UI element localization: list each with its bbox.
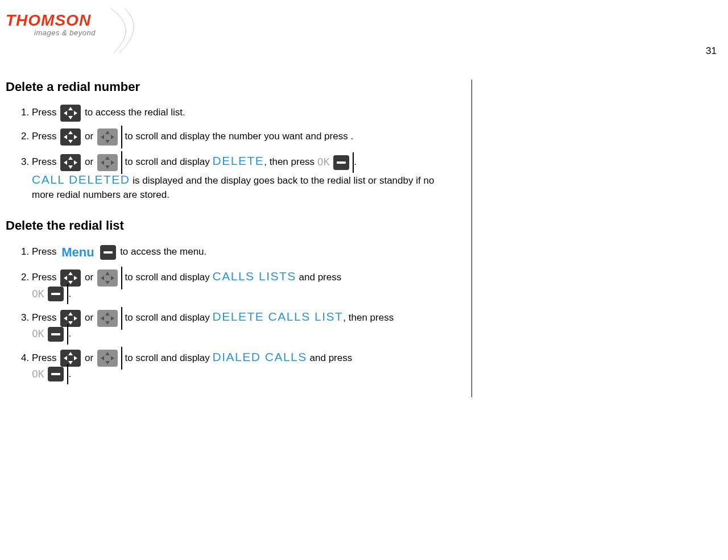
svg-marker-23: [74, 276, 77, 280]
svg-marker-17: [105, 165, 110, 169]
softkey-icon: [100, 245, 116, 260]
ok-label: OK: [32, 328, 44, 340]
svg-marker-2: [64, 111, 67, 115]
nav-pad-icon: [60, 350, 81, 367]
page-number: 31: [706, 45, 717, 57]
text: or: [85, 131, 93, 142]
text: to scroll and display: [125, 156, 210, 167]
text: or: [85, 352, 93, 363]
svg-marker-37: [68, 361, 73, 364]
svg-marker-15: [74, 160, 77, 165]
nav-pad-icon: [60, 154, 81, 171]
svg-marker-3: [74, 111, 77, 115]
svg-marker-30: [64, 316, 67, 321]
svg-marker-32: [105, 312, 110, 316]
text: Press: [32, 312, 56, 323]
text: and press: [310, 352, 353, 363]
svg-marker-34: [101, 316, 104, 321]
text: to scroll and display the number you wan…: [125, 131, 354, 142]
list-item: Press or to scroll and display DELETE CA…: [32, 308, 454, 342]
text: Press: [32, 131, 56, 142]
text: to access the redial list.: [85, 107, 185, 118]
lcd-text: CALL DELETED: [32, 173, 130, 186]
svg-marker-31: [74, 316, 77, 321]
menu-label: Menu: [59, 245, 96, 259]
nav-pad-icon: [60, 128, 81, 146]
nav-pad-icon: [60, 310, 81, 327]
text: or: [85, 156, 93, 167]
list-item: Press Menu to access the menu.: [32, 243, 454, 262]
text: to scroll and display: [125, 312, 210, 323]
list-item: Press or to scroll and display DIALED CA…: [32, 349, 454, 382]
list-item: Press or to scroll and display DELETE, t…: [32, 152, 454, 202]
svg-marker-36: [68, 352, 73, 355]
svg-marker-1: [68, 116, 73, 119]
text: Press: [32, 352, 56, 363]
svg-marker-38: [64, 356, 67, 360]
text: or: [85, 312, 93, 323]
svg-marker-7: [74, 135, 77, 139]
svg-marker-25: [105, 281, 110, 284]
text: Press: [32, 246, 56, 257]
text: Press: [32, 107, 56, 118]
svg-marker-40: [105, 352, 110, 355]
text: and press: [299, 272, 342, 283]
section-title: Delete a redial number: [6, 80, 454, 94]
content-column: Delete a redial number Press to access t…: [6, 80, 472, 397]
text: .: [354, 156, 357, 167]
svg-marker-43: [111, 356, 114, 360]
svg-marker-11: [111, 135, 114, 139]
logo-brand: THOMSON: [6, 11, 96, 30]
svg-marker-20: [68, 272, 73, 275]
svg-marker-27: [111, 276, 114, 280]
text: .: [68, 368, 71, 379]
svg-marker-22: [64, 276, 67, 280]
lcd-text: CALLS LISTS: [213, 269, 296, 283]
svg-marker-14: [64, 160, 67, 165]
nav-pad-light-icon: [97, 269, 118, 287]
svg-marker-16: [105, 156, 110, 160]
logo-tagline: images & beyond: [6, 28, 96, 37]
text: .: [68, 288, 71, 299]
svg-marker-28: [68, 312, 73, 316]
svg-marker-41: [105, 361, 110, 364]
svg-marker-8: [105, 131, 110, 134]
text: to access the menu.: [120, 246, 206, 257]
svg-marker-39: [74, 356, 77, 360]
softkey-icon: [48, 327, 64, 342]
logo: THOMSON images & beyond: [6, 11, 96, 37]
text: , then press: [264, 156, 315, 167]
svg-marker-9: [105, 140, 110, 143]
lcd-text: DELETE CALLS LIST: [213, 310, 344, 323]
svg-marker-29: [68, 321, 73, 325]
list-item: Press or to scroll and display the numbe…: [32, 128, 454, 146]
text: , then press: [343, 312, 394, 323]
text: to scroll and display: [125, 272, 210, 283]
svg-marker-42: [101, 356, 104, 360]
svg-marker-0: [68, 107, 73, 110]
nav-pad-light-icon: [97, 154, 118, 171]
svg-marker-19: [111, 160, 114, 165]
swoosh-icon: [108, 9, 159, 54]
svg-marker-18: [101, 160, 104, 165]
list-item: Press or to scroll and display CALLS LIS…: [32, 268, 454, 301]
text: Press: [32, 156, 56, 167]
svg-marker-13: [68, 165, 73, 169]
ok-label: OK: [317, 156, 330, 168]
softkey-icon: [48, 367, 64, 381]
lcd-text: DELETE: [213, 154, 264, 167]
softkey-icon: [48, 287, 64, 301]
steps-list: Press to access the redial list. Press o…: [6, 105, 454, 202]
softkey-icon: [333, 155, 349, 170]
svg-marker-21: [68, 281, 73, 284]
svg-marker-35: [111, 316, 114, 321]
list-item: Press to access the redial list.: [32, 105, 454, 122]
nav-pad-light-icon: [97, 350, 118, 367]
text: or: [85, 272, 93, 283]
page: THOMSON images & beyond 31 Delete a redi…: [0, 0, 728, 560]
ok-label: OK: [32, 288, 44, 300]
svg-marker-26: [101, 276, 104, 280]
svg-marker-6: [64, 135, 67, 139]
svg-marker-33: [105, 321, 110, 325]
text: Press: [32, 272, 56, 283]
